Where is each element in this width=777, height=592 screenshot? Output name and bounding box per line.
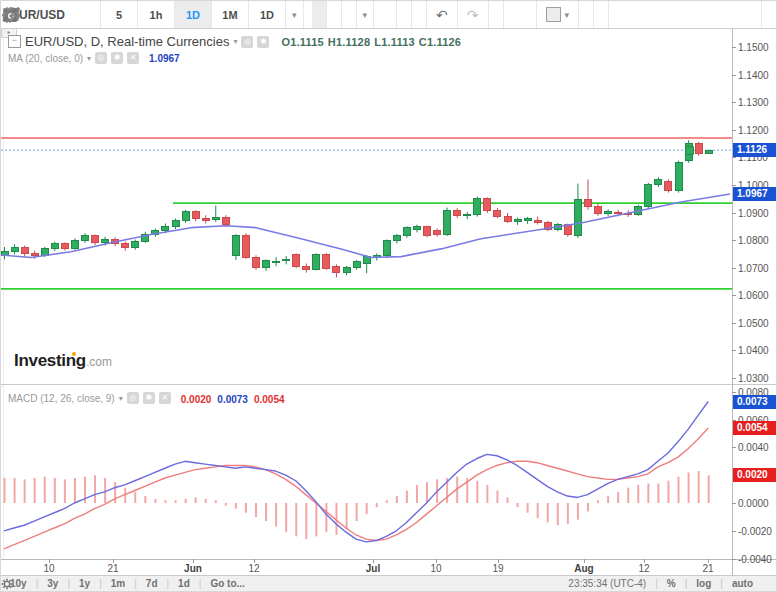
undo-icon[interactable]: ↶ <box>427 1 458 28</box>
eye-icon[interactable] <box>95 52 107 64</box>
symbol-legend: − EUR/USD, D, Real-time Currencies ▾ O1.… <box>8 34 461 49</box>
price-tick-mark <box>732 47 736 48</box>
clock-label: 23:35:34 (UTC-4) <box>559 578 655 589</box>
price-tick-mark <box>732 213 736 214</box>
macd-chip: 0.0073 <box>733 395 777 409</box>
interval-button-1d-4[interactable]: 1D <box>249 1 286 28</box>
theme-swatch <box>546 7 561 22</box>
mode-button-auto[interactable]: auto <box>723 578 762 589</box>
macd-pane[interactable] <box>1 385 732 559</box>
investing-logo: Investing.com <box>14 351 112 371</box>
price-axis-tick: 1.0400 <box>738 345 769 356</box>
macd-tick-mark <box>732 447 736 448</box>
redo-icon[interactable]: ↷ <box>458 1 489 28</box>
time-axis-tick: Jul <box>366 563 380 574</box>
macd-value: 0.0073 <box>217 394 248 405</box>
time-axis-tick: 12 <box>248 563 259 574</box>
price-tick-mark <box>732 130 736 131</box>
settings-gear-icon[interactable] <box>382 1 397 28</box>
macd-axis-tick: -0.0020 <box>738 526 772 537</box>
last-price-marker <box>685 146 694 155</box>
macd-value: 0.0054 <box>254 394 285 405</box>
close-icon[interactable] <box>159 392 171 404</box>
theme-selector[interactable]: ▾ <box>537 1 580 28</box>
time-axis-tick: 19 <box>492 563 503 574</box>
toolbar-gap <box>504 1 522 28</box>
indicators-icon[interactable] <box>397 1 412 28</box>
chart-window: EUR/USD 51h1D1M1D ▾ ▾ <box>0 0 777 592</box>
alert-bell-icon[interactable] <box>489 1 504 28</box>
price-axis-tick: 1.0500 <box>738 318 769 329</box>
ma-value: 1.0967 <box>149 53 180 64</box>
cloud-download-icon[interactable] <box>579 1 594 28</box>
eye-icon[interactable] <box>241 36 253 48</box>
macd-values: 0.00200.00730.0054 <box>175 389 285 407</box>
price-axis-tick: 1.0800 <box>738 235 769 246</box>
interval-button-5-0[interactable]: 5 <box>101 1 138 28</box>
gear-icon[interactable] <box>143 392 155 404</box>
price-tick-mark <box>732 75 736 76</box>
macd-chip: 0.0020 <box>733 468 777 482</box>
ma-caret-icon[interactable]: ▾ <box>87 54 91 63</box>
macd-axis-tick: 0.0000 <box>738 498 769 509</box>
fullscreen-icon[interactable] <box>761 1 776 28</box>
macd-legend: MACD (12, 26, close, 9) ▾ 0.00200.00730.… <box>8 389 285 407</box>
price-axis-tick: 1.0600 <box>738 290 769 301</box>
macd-tick-mark <box>732 503 736 504</box>
range-button-7d[interactable]: 7d <box>137 578 167 589</box>
eye-icon[interactable] <box>127 392 139 404</box>
gear-icon[interactable] <box>111 52 123 64</box>
price-tick-mark <box>732 295 736 296</box>
chart-title: EUR/USD, D, Real-time Currencies <box>25 34 229 49</box>
bottom-right-group: 23:35:34 (UTC-4) |%|log|auto <box>559 578 776 589</box>
price-chip: 1.0967 <box>733 187 777 201</box>
range-button-3y[interactable]: 3y <box>38 578 67 589</box>
range-button-1m[interactable]: 1m <box>102 578 134 589</box>
macd-caret-icon[interactable]: ▾ <box>119 394 123 403</box>
mode-button-log[interactable]: log <box>687 578 720 589</box>
line-chart-icon[interactable] <box>327 1 342 28</box>
ohlc-close: C1.1126 <box>419 36 461 48</box>
ohlc-low: L1.1113 <box>374 36 415 48</box>
time-axis-tick: 21 <box>107 563 118 574</box>
chart-type-caret[interactable]: ▾ <box>357 1 375 28</box>
interval-button-1h-1[interactable]: 1h <box>138 1 175 28</box>
interval-button-1d-2[interactable]: 1D <box>175 1 212 28</box>
price-axis-tick: 1.0700 <box>738 263 769 274</box>
price-pane[interactable] <box>1 29 732 356</box>
pane-separator[interactable] <box>1 384 777 385</box>
macd-tick-mark <box>732 559 736 560</box>
mode-group: |%|log|auto <box>655 578 762 589</box>
price-tick-mark <box>732 323 736 324</box>
bar-chart-icon[interactable] <box>342 1 357 28</box>
toolbar-gap <box>374 1 382 28</box>
macd-tick-mark <box>732 531 736 532</box>
ma-legend: MA (20, close, 0) ▾ 1.0967 <box>8 52 180 64</box>
close-icon[interactable] <box>127 52 139 64</box>
interval-dropdown-caret[interactable]: ▾ <box>286 1 304 28</box>
cloud-upload-icon[interactable] <box>594 1 609 28</box>
top-toolbar: EUR/USD 51h1D1M1D ▾ ▾ <box>1 1 776 29</box>
legend-caret-icon[interactable]: ▾ <box>233 37 237 46</box>
mode-button-pct[interactable]: % <box>658 578 685 589</box>
macd-label: MACD (12, 26, close, 9) <box>8 393 115 404</box>
range-button-1y[interactable]: 1y <box>70 578 99 589</box>
price-axis-tick: 1.1400 <box>738 70 769 81</box>
gear-icon[interactable] <box>257 36 269 48</box>
time-axis-tick: 12 <box>638 563 649 574</box>
collapse-pane-icon[interactable]: − <box>8 35 21 48</box>
logo-suffix: .com <box>86 355 112 369</box>
snapshot-camera-icon[interactable] <box>522 1 537 28</box>
theme-caret: ▾ <box>565 10 570 20</box>
price-axis-tick: 1.1300 <box>738 97 769 108</box>
compare-scales-icon[interactable] <box>412 1 427 28</box>
candlestick-chart-icon[interactable] <box>312 1 327 28</box>
time-axis-tick: Aug <box>574 563 593 574</box>
price-tick-mark <box>732 378 736 379</box>
price-axis-tick: 1.0300 <box>738 373 769 384</box>
range-button-1d[interactable]: 1d <box>169 578 199 589</box>
time-axis-tick: 10 <box>43 563 54 574</box>
goto-button[interactable]: Go to... <box>201 578 253 589</box>
interval-button-1m-3[interactable]: 1M <box>212 1 249 28</box>
price-tick-mark <box>732 268 736 269</box>
